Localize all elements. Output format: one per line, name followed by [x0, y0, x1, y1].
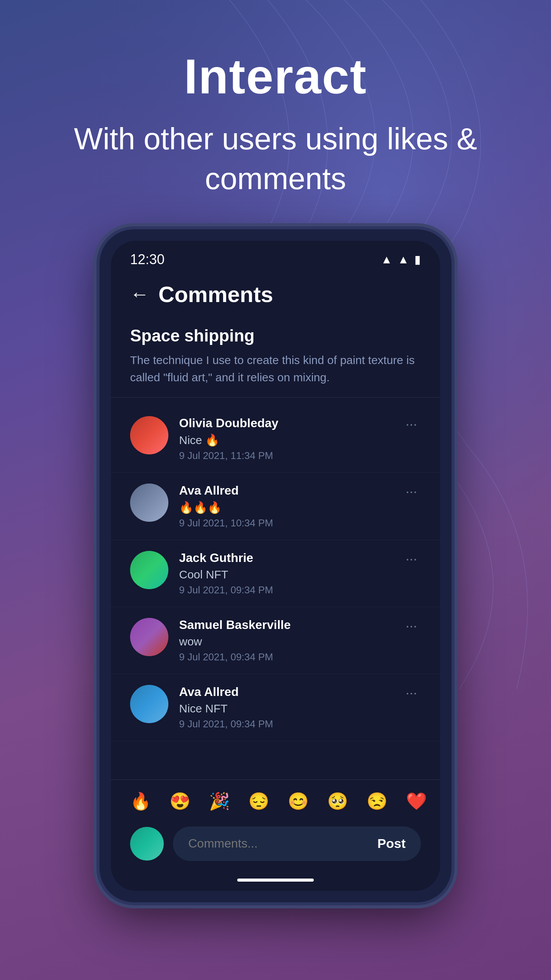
emoji-smile[interactable]: 😊: [288, 791, 309, 811]
comment-input-area: Post: [111, 819, 440, 872]
comment-content: Olivia Doubleday Nice 🔥 9 Jul 2021, 11:3…: [179, 416, 391, 462]
comment-item: Ava Allred Nice NFT 9 Jul 2021, 09:34 PM…: [111, 674, 440, 741]
avatar: [130, 416, 168, 454]
post-button[interactable]: Post: [377, 836, 406, 851]
comment-author: Olivia Doubleday: [179, 416, 391, 430]
comment-author: Jack Guthrie: [179, 551, 391, 565]
comment-time: 9 Jul 2021, 09:34 PM: [179, 718, 391, 730]
page-title: Comments: [158, 281, 273, 307]
post-title: Space shipping: [130, 326, 421, 345]
user-avatar: [130, 827, 164, 861]
post-info-section: Space shipping The technique I use to cr…: [111, 318, 440, 398]
status-icons: ▲ ▲ ▮: [381, 253, 421, 266]
comment-text: wow: [179, 635, 391, 648]
phone-screen: 12:30 ▲ ▲ ▮ ← Comments Space shipping Th…: [111, 241, 440, 891]
comment-time: 9 Jul 2021, 09:34 PM: [179, 651, 391, 663]
avatar: [130, 551, 168, 589]
home-indicator: [111, 872, 440, 891]
comment-text: 🔥🔥🔥: [179, 501, 391, 514]
spacer: [111, 741, 440, 772]
hero-section: Interact With other users using likes & …: [0, 0, 551, 199]
comment-text: Nice NFT: [179, 702, 391, 715]
app-header: ← Comments: [111, 274, 440, 318]
comment-input[interactable]: [188, 836, 377, 851]
emoji-unamused[interactable]: 😒: [367, 791, 388, 811]
comment-item: Jack Guthrie Cool NFT 9 Jul 2021, 09:34 …: [111, 540, 440, 607]
more-options-button[interactable]: ···: [402, 618, 421, 634]
comment-item: Ava Allred 🔥🔥🔥 9 Jul 2021, 10:34 PM ···: [111, 473, 440, 540]
post-description: The technique I use to create this kind …: [130, 351, 421, 386]
more-options-button[interactable]: ···: [402, 416, 421, 432]
more-options-button[interactable]: ···: [402, 551, 421, 567]
comment-author: Ava Allred: [179, 685, 391, 699]
emoji-fire[interactable]: 🔥: [130, 791, 151, 811]
avatar: [130, 483, 168, 522]
emoji-heart-eyes[interactable]: 😍: [170, 791, 191, 811]
hero-title: Interact: [0, 50, 551, 104]
comment-author: Ava Allred: [179, 483, 391, 498]
avatar: [130, 685, 168, 723]
emoji-bar: 🔥 😍 🎉 😔 😊 🥺 😒 ❤️: [111, 779, 440, 819]
comment-text: Nice 🔥: [179, 433, 391, 447]
hero-subtitle: With other users using likes & comments: [0, 119, 551, 199]
battery-icon: ▮: [414, 253, 421, 266]
emoji-sad[interactable]: 😔: [248, 791, 269, 811]
comment-author: Samuel Baskerville: [179, 618, 391, 632]
comments-list: Olivia Doubleday Nice 🔥 9 Jul 2021, 11:3…: [111, 398, 440, 779]
more-options-button[interactable]: ···: [402, 483, 421, 500]
comment-item: Samuel Baskerville wow 9 Jul 2021, 09:34…: [111, 607, 440, 674]
comment-input-wrapper[interactable]: Post: [173, 826, 421, 861]
more-options-button[interactable]: ···: [402, 685, 421, 701]
phone-frame: 12:30 ▲ ▲ ▮ ← Comments Space shipping Th…: [99, 229, 452, 902]
wifi-icon: ▲: [381, 253, 393, 266]
avatar: [130, 618, 168, 656]
phone-mockup: 12:30 ▲ ▲ ▮ ← Comments Space shipping Th…: [0, 229, 551, 902]
comment-time: 9 Jul 2021, 11:34 PM: [179, 450, 391, 462]
emoji-pleading[interactable]: 🥺: [327, 791, 348, 811]
comment-content: Jack Guthrie Cool NFT 9 Jul 2021, 09:34 …: [179, 551, 391, 596]
comment-content: Samuel Baskerville wow 9 Jul 2021, 09:34…: [179, 618, 391, 663]
comment-time: 9 Jul 2021, 09:34 PM: [179, 584, 391, 596]
comment-item: Olivia Doubleday Nice 🔥 9 Jul 2021, 11:3…: [111, 405, 440, 473]
status-bar: 12:30 ▲ ▲ ▮: [111, 241, 440, 274]
status-time: 12:30: [130, 252, 165, 268]
signal-icon: ▲: [398, 253, 409, 266]
emoji-heart[interactable]: ❤️: [406, 791, 427, 811]
emoji-party[interactable]: 🎉: [209, 791, 230, 811]
comment-text: Cool NFT: [179, 568, 391, 581]
back-button[interactable]: ←: [130, 283, 149, 305]
comment-content: Ava Allred 🔥🔥🔥 9 Jul 2021, 10:34 PM: [179, 483, 391, 529]
comment-time: 9 Jul 2021, 10:34 PM: [179, 517, 391, 529]
comment-content: Ava Allred Nice NFT 9 Jul 2021, 09:34 PM: [179, 685, 391, 730]
home-bar: [237, 879, 314, 882]
